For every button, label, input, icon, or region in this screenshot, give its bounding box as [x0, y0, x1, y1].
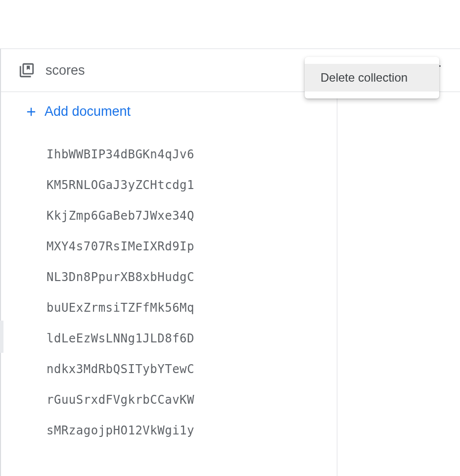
panel-left-border — [0, 49, 1, 476]
document-item[interactable]: ldLeEzWsLNNg1JLD8f6D — [0, 323, 337, 354]
plus-icon — [24, 104, 39, 119]
document-item[interactable]: KkjZmp6GaBeb7JWxe34Q — [0, 200, 337, 231]
detail-panel — [337, 92, 460, 476]
add-document-button[interactable]: Add document — [0, 92, 337, 131]
delete-collection-item[interactable]: Delete collection — [305, 64, 439, 92]
document-item[interactable]: IhbWWBIP34dBGKn4qJv6 — [0, 139, 337, 170]
document-list: IhbWWBIP34dBGKn4qJv6 KM5RNLOGaJ3yZCHtcdg… — [0, 131, 337, 446]
documents-panel: Add document IhbWWBIP34dBGKn4qJv6 KM5RNL… — [0, 92, 337, 476]
document-item[interactable]: MXY4s707RsIMeIXRd9Ip — [0, 231, 337, 262]
document-item[interactable]: KM5RNLOGaJ3yZCHtcdg1 — [0, 170, 337, 200]
document-item[interactable]: ndkx3MdRbQSITybYTewC — [0, 354, 337, 384]
content-row: Add document IhbWWBIP34dBGKn4qJv6 KM5RNL… — [0, 92, 460, 476]
document-item[interactable]: NL3Dn8PpurXB8xbHudgC — [0, 262, 337, 292]
document-item[interactable]: rGuuSrxdFVgkrbCCavKW — [0, 384, 337, 415]
collection-icon — [18, 61, 36, 79]
top-spacer — [0, 0, 460, 48]
document-item[interactable]: buUExZrmsiTZFfMk56Mq — [0, 292, 337, 323]
document-item[interactable]: sMRzagojpHO12VkWgi1y — [0, 415, 337, 446]
overflow-menu: Delete collection — [305, 57, 439, 98]
add-document-label: Add document — [45, 104, 131, 119]
scroll-indicator — [0, 321, 3, 353]
